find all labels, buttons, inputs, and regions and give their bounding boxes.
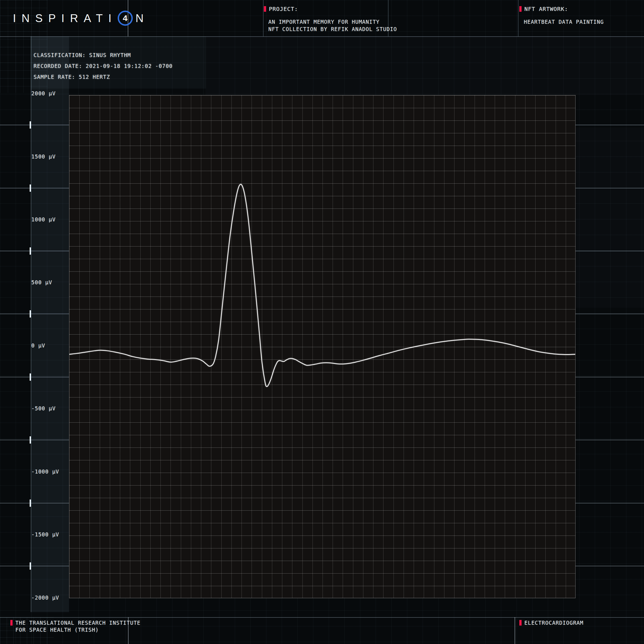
- y-axis-label: -1000 µV: [31, 468, 59, 475]
- y-axis-label: -1500 µV: [31, 531, 59, 538]
- footer-right-label: ELECTROCARDIOGRAM: [524, 619, 583, 626]
- panel-tint-top: [205, 36, 644, 95]
- ecg-artwork-screen: INSPIRATI 4 N PROJECT: AN IMPORTANT MEMO…: [0, 0, 644, 644]
- y-axis-label: 0 µV: [31, 342, 45, 349]
- footer-left-marker: [10, 620, 13, 626]
- header-divider-3: [518, 0, 518, 36]
- info-classification: CLASSIFICATION: SINUS RHYTHM: [34, 52, 131, 58]
- logo-text-right: N: [136, 12, 144, 25]
- info-sample-rate: SAMPLE RATE: 512 HERTZ: [34, 74, 110, 80]
- info-box: [31, 36, 206, 89]
- y-axis-label: 500 µV: [31, 278, 52, 286]
- artwork-section-marker: [519, 6, 522, 12]
- logo-text-left: INSPIRATI: [13, 12, 117, 25]
- project-line2: NFT COLLECTION BY REFIK ANADOL STUDIO: [268, 25, 397, 33]
- artwork-line1: HEARTBEAT DATA PAINTING: [524, 18, 604, 25]
- ecg-trace: [69, 184, 575, 387]
- panel-tint-right: [576, 127, 644, 308]
- plot-area: [69, 95, 576, 598]
- ecg-trace-svg: [69, 95, 575, 598]
- y-axis-label: -500 µV: [31, 404, 56, 412]
- axis-panel: [31, 36, 69, 612]
- header-divider-1: [263, 0, 264, 36]
- project-line1: AN IMPORTANT MEMORY FOR HUMANITY: [268, 18, 380, 25]
- footer-rule: [0, 617, 644, 618]
- project-label: PROJECT:: [269, 6, 298, 12]
- axis-panel-edge: [31, 36, 31, 612]
- artwork-label: NFT ARTWORK:: [524, 6, 568, 12]
- y-axis-label: 2000 µV: [31, 89, 56, 97]
- y-axis-label: 1000 µV: [31, 216, 56, 223]
- y-axis-label: 1500 µV: [31, 153, 56, 160]
- project-section-marker: [264, 6, 266, 12]
- footer-right-marker: [519, 620, 522, 626]
- info-recorded-date: RECORDED DATE: 2021-09-18 19:12:02 -0700: [34, 63, 173, 69]
- y-axis-label: -2000 µV: [31, 594, 59, 602]
- footer-left-line1: THE TRANSLATIONAL RESEARCH INSTITUTE: [15, 619, 141, 626]
- footer-accent-line-2: [515, 617, 515, 644]
- footer-left-line2: FOR SPACE HEALTH (TRISH): [15, 626, 99, 633]
- inspiration4-logo: INSPIRATI 4 N: [13, 10, 144, 27]
- logo-circle-4: 4: [118, 11, 133, 26]
